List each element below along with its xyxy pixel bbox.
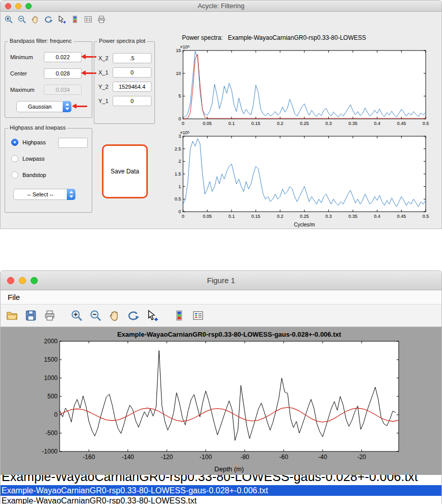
svg-text:0.4: 0.4 xyxy=(374,121,381,126)
filter-panel-title: Highpass and lowpass xyxy=(8,124,67,131)
data-cursor-icon[interactable] xyxy=(146,309,159,322)
center-input[interactable] xyxy=(44,68,82,79)
legend-icon[interactable] xyxy=(192,309,204,322)
titlebar[interactable]: Acycle: Filtering xyxy=(1,1,441,12)
svg-text:-80: -80 xyxy=(240,453,249,461)
bandstop-radio-label: Bandstop xyxy=(22,172,46,178)
svg-text:-20: -20 xyxy=(357,453,367,461)
svg-text:0.25: 0.25 xyxy=(300,214,309,219)
svg-text:-160: -160 xyxy=(83,453,95,461)
minimize-icon[interactable] xyxy=(15,3,21,9)
filtering-window: Acycle: Filtering Bandpass filter: frequ… xyxy=(0,0,442,229)
filtered-series-chart[interactable]: -160-140-120-100-80-60-40-20-1000-500050… xyxy=(26,328,406,474)
colorbar-icon[interactable] xyxy=(70,15,80,24)
list-item[interactable]: Example-WayaoCarnianGR0-rsp0.33-80-LOWES… xyxy=(1,475,441,485)
rotate-3d-icon[interactable] xyxy=(44,15,53,24)
svg-text:2: 2 xyxy=(178,159,181,164)
red-arrow-annotation xyxy=(72,104,87,109)
bandstop-radio[interactable] xyxy=(11,171,18,179)
minimize-icon[interactable] xyxy=(19,277,26,284)
rotate-3d-icon[interactable] xyxy=(127,309,140,322)
window-title: Figure 1 xyxy=(1,271,441,290)
pan-icon[interactable] xyxy=(31,15,40,24)
file-menu[interactable]: File xyxy=(1,290,27,305)
list-item-selected[interactable]: Example-WayaoCarnianGR0-rsp0.33-80-LOWES… xyxy=(1,485,441,496)
figure-toolbar xyxy=(1,12,441,27)
x2-input[interactable] xyxy=(113,53,151,63)
pan-icon[interactable] xyxy=(108,309,121,322)
open-file-icon[interactable] xyxy=(6,309,18,322)
figure-canvas: -160-140-120-100-80-60-40-20-1000-500050… xyxy=(1,327,441,475)
svg-text:0.3: 0.3 xyxy=(325,121,332,126)
svg-text:1: 1 xyxy=(178,184,181,189)
figure-window: Figure 1 File -160-140-120-100-80-60-40-… xyxy=(0,270,442,504)
print-icon[interactable] xyxy=(97,15,106,24)
list-item[interactable]: Example-WayaoCarnianGR0-rsp0.33-80-LOWES… xyxy=(1,496,441,504)
maximum-label: Maximum xyxy=(10,87,35,93)
svg-text:0: 0 xyxy=(178,116,181,121)
data-cursor-icon[interactable] xyxy=(57,15,66,24)
highpass-value-input[interactable] xyxy=(58,138,88,148)
svg-text:0.5: 0.5 xyxy=(174,196,181,201)
maximum-input xyxy=(44,85,82,95)
print-icon[interactable] xyxy=(43,309,56,322)
svg-text:1500: 1500 xyxy=(44,356,58,363)
minimum-input[interactable] xyxy=(44,52,82,62)
list-item-label: Example-WayaoCarnianGR0-rsp0.33-80-LOWES… xyxy=(2,486,268,495)
power-spectra-plot-panel: Power spectra plot X_2 X_1 Y_2 Y_1 xyxy=(94,41,155,124)
save-icon[interactable] xyxy=(24,309,37,322)
colorbar-icon[interactable] xyxy=(173,309,186,322)
legend-icon[interactable] xyxy=(84,15,93,24)
svg-text:0.05: 0.05 xyxy=(203,121,212,126)
svg-text:1.5: 1.5 xyxy=(174,171,181,177)
y1-label: Y_1 xyxy=(98,98,109,104)
close-icon[interactable] xyxy=(5,3,11,9)
popup-stepper-icon xyxy=(67,189,75,200)
traffic-lights xyxy=(5,3,32,9)
filter-type-select[interactable]: -- Select -- xyxy=(13,189,75,200)
highpass-radio-label: Highpass xyxy=(22,139,46,145)
zoom-out-icon[interactable] xyxy=(17,15,27,24)
svg-text:0.5: 0.5 xyxy=(423,214,429,219)
lowpass-radio-label: Lowpass xyxy=(22,156,44,162)
filter-type-select-value: -- Select -- xyxy=(14,189,67,199)
traffic-lights xyxy=(7,277,38,284)
svg-text:0.45: 0.45 xyxy=(397,214,406,219)
svg-text:-60: -60 xyxy=(279,453,289,461)
svg-text:-500: -500 xyxy=(45,430,58,437)
power-spectrum-bottom-chart[interactable]: 00.050.10.150.20.250.30.350.40.450.500.5… xyxy=(172,128,431,229)
y2-input[interactable] xyxy=(113,82,151,92)
zoom-out-icon[interactable] xyxy=(89,309,102,322)
taper-select-value: Gaussian xyxy=(17,102,63,112)
svg-text:0.1: 0.1 xyxy=(228,121,235,126)
svg-text:Example-WayaoCarnianGR0-rsp0.3: Example-WayaoCarnianGR0-rsp0.33-80-LOWES… xyxy=(117,331,342,338)
svg-text:Depth (m): Depth (m) xyxy=(215,465,244,473)
lowpass-radio[interactable] xyxy=(11,155,18,162)
svg-text:5: 5 xyxy=(178,93,181,98)
close-icon[interactable] xyxy=(7,277,14,284)
fullscreen-icon[interactable] xyxy=(31,277,38,284)
svg-text:0.35: 0.35 xyxy=(348,214,357,219)
spectra-panel-title: Power spectra plot xyxy=(97,38,147,44)
x1-input[interactable] xyxy=(113,67,151,78)
menu-bar: File xyxy=(1,290,441,305)
svg-text:0.15: 0.15 xyxy=(251,121,261,126)
zoom-in-icon[interactable] xyxy=(70,309,83,322)
taper-select[interactable]: Gaussian xyxy=(16,101,71,112)
power-spectrum-top-chart[interactable]: 00.050.10.150.20.250.30.350.40.450.50510… xyxy=(172,43,431,128)
titlebar[interactable]: Figure 1 xyxy=(1,271,441,290)
zoom-in-icon[interactable] xyxy=(4,15,13,24)
y1-input[interactable] xyxy=(113,96,151,106)
y2-label: Y_2 xyxy=(98,84,109,90)
fullscreen-icon[interactable] xyxy=(25,3,32,9)
popup-stepper-icon xyxy=(63,101,71,112)
save-data-button[interactable]: Save Data xyxy=(102,144,148,198)
svg-text:0.45: 0.45 xyxy=(397,121,406,126)
svg-text:-40: -40 xyxy=(318,453,327,461)
svg-text:0.05: 0.05 xyxy=(203,214,212,219)
svg-text:0.5: 0.5 xyxy=(423,121,429,126)
svg-text:0.2: 0.2 xyxy=(277,121,283,126)
svg-text:Cycles/m: Cycles/m xyxy=(294,222,315,228)
svg-text:×10⁵: ×10⁵ xyxy=(180,130,190,135)
highpass-radio[interactable] xyxy=(11,139,18,146)
